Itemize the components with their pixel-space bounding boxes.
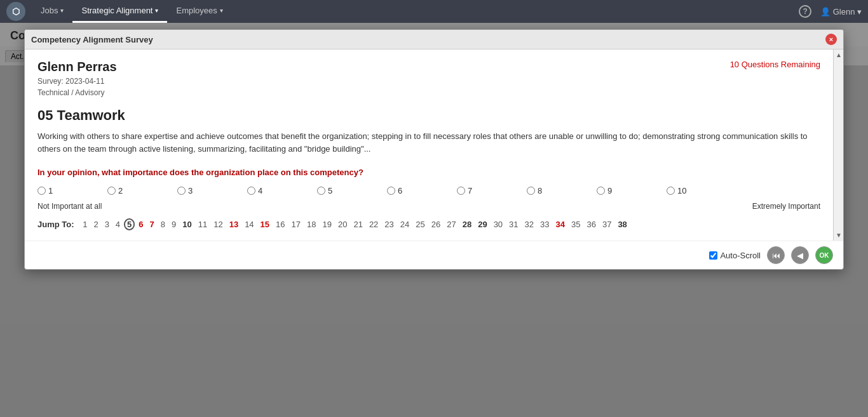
jump-num-13[interactable]: 13	[227, 219, 241, 230]
chevron-down-icon: ▾	[857, 7, 862, 17]
radio-8[interactable]	[527, 187, 535, 195]
rating-option-9[interactable]: 9	[597, 186, 667, 195]
jump-num-18[interactable]: 18	[304, 219, 318, 230]
jump-num-24[interactable]: 24	[398, 219, 412, 230]
jump-num-5[interactable]: 5	[124, 218, 135, 230]
jump-num-22[interactable]: 22	[367, 219, 381, 230]
section-title: 05 Teamwork	[37, 107, 820, 124]
modal-title-bar: Competency Alignment Survey ×	[25, 30, 843, 50]
jump-num-31[interactable]: 31	[506, 219, 520, 230]
jump-num-9[interactable]: 9	[169, 219, 179, 230]
nav-item-employees[interactable]: Employees ▾	[167, 0, 231, 23]
user-icon: 👤	[820, 7, 831, 17]
jump-num-2[interactable]: 2	[91, 219, 100, 230]
jump-num-11[interactable]: 11	[196, 219, 210, 230]
jump-num-27[interactable]: 27	[444, 219, 458, 230]
scroll-track	[834, 60, 843, 230]
person-name: Glenn Perras	[37, 60, 117, 74]
app-logo: ⬡	[6, 2, 25, 21]
modal-overlay: Competency Alignment Survey × Glenn Perr…	[0, 23, 868, 417]
radio-3[interactable]	[177, 187, 186, 195]
modal-scrollbar: ▲ ▼	[833, 50, 843, 241]
survey-header: Glenn Perras Survey: 2023-04-11 Technica…	[37, 60, 820, 97]
jump-num-35[interactable]: 35	[569, 219, 583, 230]
nav-item-jobs[interactable]: Jobs ▾	[32, 0, 72, 23]
modal-close-button[interactable]: ×	[825, 34, 837, 45]
jump-num-8[interactable]: 8	[158, 219, 168, 230]
ok-button[interactable]: OK	[815, 246, 833, 264]
rating-option-4[interactable]: 4	[247, 186, 317, 195]
jump-num-26[interactable]: 26	[429, 219, 443, 230]
autoscroll-label[interactable]: Auto-Scroll	[709, 251, 761, 260]
jump-num-19[interactable]: 19	[320, 219, 334, 230]
questions-remaining: 10 Questions Remaining	[730, 60, 820, 69]
survey-person-info: Glenn Perras Survey: 2023-04-11 Technica…	[37, 60, 117, 97]
help-icon[interactable]: ?	[799, 5, 811, 18]
chevron-down-icon: ▾	[60, 7, 64, 14]
jump-num-38[interactable]: 38	[615, 219, 629, 230]
user-menu[interactable]: 👤 Glenn ▾	[820, 7, 862, 17]
rating-option-8[interactable]: 8	[527, 186, 597, 195]
topnav-right: ? 👤 Glenn ▾	[799, 5, 862, 18]
survey-question: In your opinion, what importance does th…	[37, 168, 820, 177]
autoscroll-checkbox[interactable]	[709, 251, 717, 260]
jump-num-36[interactable]: 36	[584, 219, 598, 230]
jump-num-25[interactable]: 25	[413, 219, 427, 230]
nav-items: Jobs ▾ Strategic Alignment ▾ Employees ▾	[32, 0, 232, 23]
first-button[interactable]: ⏮	[767, 246, 785, 264]
jump-num-1[interactable]: 1	[80, 219, 90, 230]
modal-inner: Glenn Perras Survey: 2023-04-11 Technica…	[25, 50, 843, 241]
rating-option-10[interactable]: 10	[667, 186, 736, 195]
jump-num-32[interactable]: 32	[522, 219, 536, 230]
rating-row: 1 2 3 4	[37, 186, 820, 195]
rating-option-7[interactable]: 7	[457, 186, 527, 195]
jump-num-23[interactable]: 23	[382, 219, 396, 230]
jump-num-28[interactable]: 28	[460, 219, 474, 230]
radio-1[interactable]	[37, 187, 46, 195]
scroll-up-arrow[interactable]: ▲	[834, 50, 843, 60]
rating-option-3[interactable]: 3	[177, 186, 247, 195]
chevron-down-icon: ▾	[155, 7, 158, 14]
jump-num-20[interactable]: 20	[336, 219, 349, 230]
label-extremely-important: Extremely Important	[752, 202, 820, 211]
jump-num-7[interactable]: 7	[147, 219, 157, 230]
jump-to-numbers: 1 2 3 4 5 6 7 8 9 10 11 12 13	[80, 218, 630, 230]
jump-num-4[interactable]: 4	[113, 219, 123, 230]
jump-to-section: Jump To: 1 2 3 4 5 6 7 8 9 10 11	[37, 218, 820, 230]
jump-num-3[interactable]: 3	[102, 219, 112, 230]
radio-2[interactable]	[107, 187, 116, 195]
rating-scale-labels: Not Important at all Extremely Important	[37, 202, 820, 211]
rating-option-5[interactable]: 5	[317, 186, 387, 195]
radio-7[interactable]	[457, 187, 465, 195]
modal-body: Glenn Perras Survey: 2023-04-11 Technica…	[25, 50, 833, 241]
rating-option-6[interactable]: 6	[387, 186, 457, 195]
chevron-down-icon: ▾	[220, 7, 223, 14]
radio-9[interactable]	[597, 187, 605, 195]
jump-num-29[interactable]: 29	[475, 219, 489, 230]
jump-num-33[interactable]: 33	[538, 219, 552, 230]
page-background: Competency Alignment Survey Act... + ✎ ✏…	[0, 23, 868, 417]
competency-survey-modal: Competency Alignment Survey × Glenn Perr…	[24, 29, 844, 270]
radio-10[interactable]	[667, 187, 675, 195]
jump-num-15[interactable]: 15	[258, 219, 272, 230]
jump-num-10[interactable]: 10	[180, 219, 194, 230]
scroll-down-arrow[interactable]: ▼	[834, 230, 843, 241]
jump-num-34[interactable]: 34	[553, 219, 567, 230]
label-not-important: Not Important at all	[37, 202, 102, 211]
jump-num-17[interactable]: 17	[289, 219, 303, 230]
jump-num-30[interactable]: 30	[491, 219, 505, 230]
jump-num-16[interactable]: 16	[273, 219, 287, 230]
top-navigation: ⬡ Jobs ▾ Strategic Alignment ▾ Employees…	[0, 0, 868, 23]
rating-option-1[interactable]: 1	[37, 186, 107, 195]
radio-4[interactable]	[247, 187, 255, 195]
nav-item-strategic-alignment[interactable]: Strategic Alignment ▾	[72, 0, 167, 23]
jump-num-14[interactable]: 14	[242, 219, 256, 230]
rating-option-2[interactable]: 2	[107, 186, 177, 195]
jump-num-37[interactable]: 37	[600, 219, 614, 230]
jump-num-6[interactable]: 6	[136, 219, 146, 230]
prev-button[interactable]: ◀	[791, 246, 809, 264]
jump-num-21[interactable]: 21	[351, 219, 365, 230]
radio-5[interactable]	[317, 187, 325, 195]
jump-num-12[interactable]: 12	[211, 219, 225, 230]
radio-6[interactable]	[387, 187, 395, 195]
